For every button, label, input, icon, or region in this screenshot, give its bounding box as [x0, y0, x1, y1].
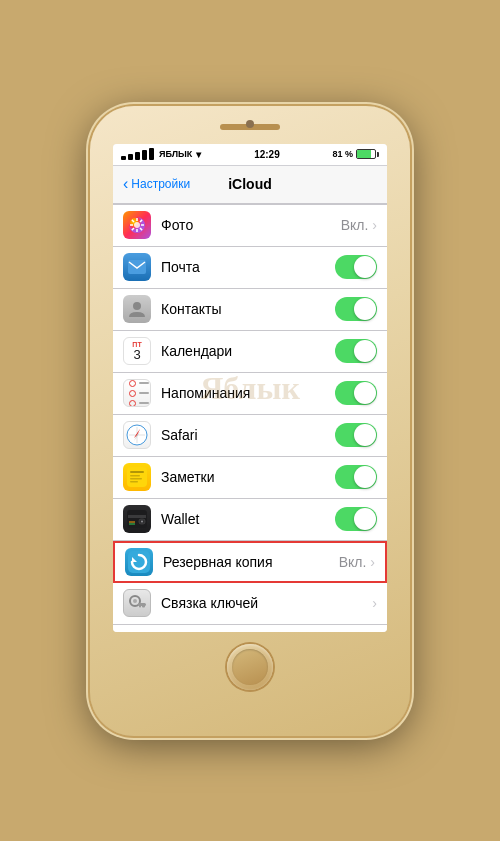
row-label: Связка ключей [161, 595, 372, 611]
list-item[interactable]: Контакты [113, 289, 387, 331]
settings-list: Фото Вкл. › Почта [113, 204, 387, 632]
contacts-icon [123, 295, 151, 323]
reminders-toggle[interactable] [335, 381, 377, 405]
svg-rect-10 [128, 260, 146, 274]
row-label: Safari [161, 427, 335, 443]
bar2 [128, 154, 133, 160]
settings-group: Фото Вкл. › Почта [113, 204, 387, 632]
phone-frame: ЯБЛЫК ▾ 12:29 81 % ‹ [90, 106, 410, 736]
svg-rect-22 [130, 478, 142, 480]
photos-icon [123, 211, 151, 239]
row-label: Напоминания [161, 385, 335, 401]
svg-rect-20 [130, 471, 144, 473]
carrier-label: ЯБЛЫК [159, 149, 192, 159]
svg-point-11 [133, 302, 141, 310]
wifi-icon: ▾ [196, 149, 201, 160]
home-button-inner [232, 649, 268, 685]
chevron-icon: › [370, 554, 375, 570]
back-label: Настройки [131, 177, 190, 191]
status-right: 81 % [332, 149, 379, 159]
list-item[interactable]: Напоминания [113, 373, 387, 415]
bar1 [121, 156, 126, 160]
row-label: Резервная копия [163, 554, 339, 570]
list-item[interactable]: ПТ 3 Календари [113, 331, 387, 373]
svg-point-27 [141, 521, 143, 523]
wallet-toggle[interactable] [335, 507, 377, 531]
svg-rect-19 [127, 467, 147, 487]
list-item[interactable]: Фото Вкл. › [113, 205, 387, 247]
row-label: Календари [161, 343, 335, 359]
list-item[interactable]: Safari [113, 415, 387, 457]
home-button[interactable] [227, 644, 273, 690]
wallet-icon [123, 505, 151, 533]
list-item[interactable]: Почта [113, 247, 387, 289]
bar5 [149, 148, 154, 160]
row-label: Контакты [161, 301, 335, 317]
phone-screen: ЯБЛЫК ▾ 12:29 81 % ‹ [113, 144, 387, 632]
reminders-icon [123, 379, 151, 407]
keychain-icon [123, 589, 151, 617]
svg-rect-21 [130, 475, 140, 477]
status-bar: ЯБЛЫК ▾ 12:29 81 % [113, 144, 387, 166]
list-item[interactable]: Связка ключей › [113, 583, 387, 625]
calendar-toggle[interactable] [335, 339, 377, 363]
chevron-icon: › [372, 595, 377, 611]
signal-bars [121, 148, 154, 160]
front-camera [246, 120, 254, 128]
bar4 [142, 150, 147, 160]
list-item[interactable]: Резервная копия Вкл. › [113, 541, 387, 583]
mail-icon [123, 253, 151, 281]
notes-toggle[interactable] [335, 465, 377, 489]
chevron-icon: › [372, 217, 377, 233]
svg-rect-36 [139, 605, 141, 608]
notes-icon [123, 463, 151, 491]
row-label: Wallet [161, 511, 335, 527]
row-value: Вкл. [341, 217, 369, 233]
contacts-toggle[interactable] [335, 297, 377, 321]
safari-icon [123, 421, 151, 449]
calendar-icon: ПТ 3 [123, 337, 151, 365]
battery-icon [356, 149, 379, 159]
row-label: Почта [161, 259, 335, 275]
row-label: Фото [161, 217, 341, 233]
safari-toggle[interactable] [335, 423, 377, 447]
svg-rect-25 [128, 515, 146, 518]
page-title: iCloud [228, 176, 272, 192]
back-button[interactable]: ‹ Настройки [123, 176, 190, 192]
mail-toggle[interactable] [335, 255, 377, 279]
bar3 [135, 152, 140, 160]
row-value: Вкл. [339, 554, 367, 570]
svg-rect-35 [142, 605, 145, 608]
status-left: ЯБЛЫК ▾ [121, 148, 201, 160]
back-chevron-icon: ‹ [123, 176, 128, 192]
svg-point-1 [134, 222, 140, 228]
list-item[interactable]: Wallet [113, 499, 387, 541]
svg-point-33 [133, 599, 137, 603]
list-item[interactable]: Найти iPhone Вкл. › [113, 625, 387, 632]
row-label: Заметки [161, 469, 335, 485]
svg-rect-23 [130, 481, 138, 483]
backup-icon [125, 548, 153, 576]
battery-percent: 81 % [332, 149, 353, 159]
list-item[interactable]: Заметки [113, 457, 387, 499]
time-display: 12:29 [254, 149, 280, 160]
nav-bar: ‹ Настройки iCloud [113, 166, 387, 204]
